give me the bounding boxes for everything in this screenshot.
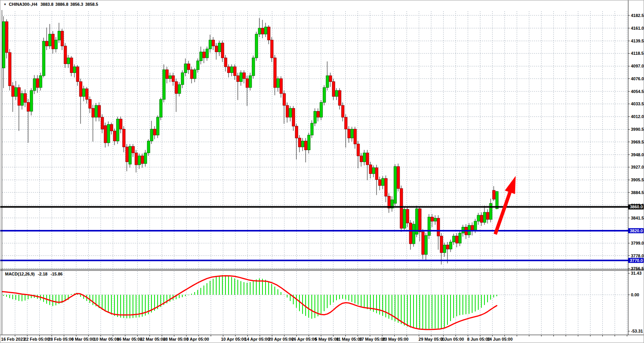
candle-body (104, 125, 107, 143)
candle-body (459, 233, 461, 243)
candle-body (428, 217, 430, 236)
candle-body (153, 129, 156, 135)
candle-body (147, 141, 150, 153)
candle-body (73, 67, 76, 73)
time-axis-label: 14 Apr 05:00 (244, 337, 269, 341)
time-axis-label: 22 Mar 05:00 (140, 337, 165, 341)
candle-body (61, 31, 64, 46)
candle-body (126, 147, 128, 162)
candle-body (351, 129, 353, 138)
candle-body (378, 180, 381, 186)
time-axis-label: 16 Mar 05:00 (117, 337, 142, 341)
candle-body (425, 235, 427, 254)
candle-body (166, 70, 168, 79)
price-tick-label: 4076.0 (631, 76, 644, 81)
time-axis-label: 5 May 05:00 (315, 337, 339, 341)
candle-body (36, 79, 39, 88)
price-tick-label: 4139.5 (631, 39, 644, 43)
candle-body (107, 124, 110, 143)
price-tick-label: 3927.0 (631, 165, 644, 169)
time-axis-label: 6 Mar 05:00 (71, 337, 94, 341)
price-tick-label: 4118.5 (631, 51, 644, 56)
candle-body (292, 108, 295, 126)
candle-body (320, 102, 323, 117)
candle-body (286, 105, 289, 117)
candle-body (42, 41, 45, 76)
price-badge-label: 3820.0 (630, 228, 643, 233)
candle-body (486, 212, 489, 219)
candle-body (175, 82, 178, 94)
candle-body (471, 225, 474, 230)
candle-body (437, 218, 440, 236)
time-axis-label: 17 May 05:00 (359, 337, 385, 341)
candle-body (55, 40, 57, 49)
candle-body (218, 43, 221, 52)
candle-body (8, 52, 11, 86)
candle-body (317, 111, 319, 117)
candle-body (123, 129, 125, 147)
candle-body (483, 212, 486, 222)
candle-body (113, 131, 116, 141)
candle-body (394, 167, 397, 203)
candle-body (132, 146, 135, 153)
candle-body (5, 22, 8, 52)
candle-body (18, 88, 20, 105)
candle-body (64, 46, 67, 64)
price-tick-label: 3969.5 (631, 140, 644, 144)
candle-body (496, 191, 498, 209)
candle-body (419, 209, 421, 232)
candle-body (261, 28, 264, 34)
candle-body (203, 52, 205, 58)
macd-tick-label: 31.43 (631, 271, 642, 275)
candle-body (382, 178, 384, 185)
candle-body (150, 129, 153, 141)
candle-body (92, 108, 94, 117)
candle-body (314, 111, 316, 123)
candle-body (178, 84, 181, 93)
time-axis-label: 16 Feb 2023 (1, 337, 25, 341)
candle-body (354, 129, 356, 144)
candle-body (267, 27, 270, 40)
price-tick-label: 3905.5 (631, 177, 644, 182)
candle-body (264, 27, 267, 34)
candle-body (163, 70, 165, 100)
candle-body (138, 156, 141, 165)
chart-canvas[interactable]: 4182.54161.04139.54118.54097.04076.04054… (0, 0, 644, 343)
candle-body (27, 102, 30, 111)
candle-body (221, 43, 224, 57)
triangle-down-icon[interactable]: ▼ (3, 3, 7, 6)
candle-body (193, 70, 196, 79)
candle-body (227, 67, 230, 73)
price-tick-label: 4033.5 (631, 101, 644, 106)
macd-indicator-label: MACD(12,26,9) -2.18 -15.86 (5, 272, 64, 276)
time-axis-label: 3 Apr 05:00 (187, 337, 209, 341)
candle-body (323, 88, 326, 102)
chart-title: ▼CHINA300-,H4 3883.83886.83856.33858.5 (3, 2, 100, 7)
candle-body (156, 117, 159, 135)
candle-body (45, 41, 48, 46)
candle-body (79, 82, 82, 96)
candle-body (209, 40, 212, 49)
candle-body (67, 58, 70, 64)
candle-body (412, 224, 415, 244)
candle-body (329, 76, 332, 81)
candle-body (397, 167, 400, 189)
candle-body (49, 34, 51, 46)
candle-body (200, 52, 202, 61)
candle-body (480, 215, 483, 222)
candle-body (33, 79, 36, 91)
symbol-timeframe-label: CHINA300-,H4 (9, 2, 37, 7)
candle-body (52, 34, 54, 49)
time-axis-label: 11 May 05:00 (336, 337, 362, 341)
candle-body (366, 153, 369, 165)
candle-body (360, 156, 363, 162)
time-axis-label: 8 Jun 05:00 (467, 337, 490, 341)
candle-body (160, 100, 162, 117)
candle-body (89, 100, 91, 108)
candle-body (474, 221, 477, 230)
time-axis-label: 22 Feb 05:00 (24, 337, 49, 341)
candle-body (224, 58, 227, 67)
trend-arrow-head[interactable] (505, 176, 516, 194)
candle-body (252, 58, 255, 76)
candle-body (489, 203, 492, 220)
